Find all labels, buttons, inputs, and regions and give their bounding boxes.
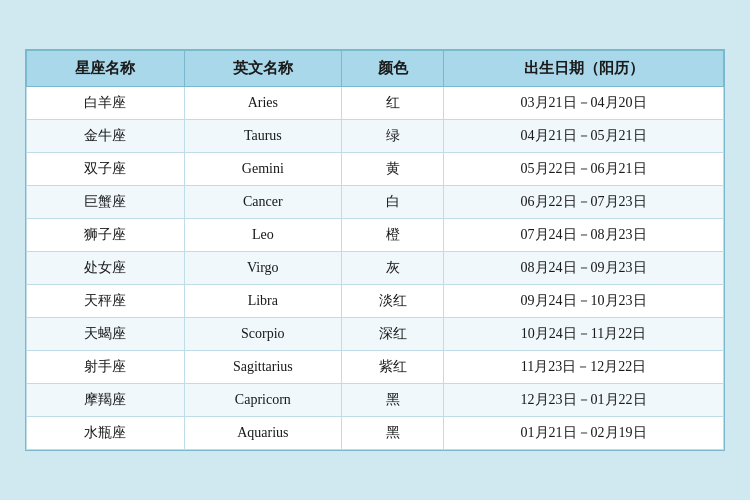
header-chinese-name: 星座名称 — [27, 51, 185, 87]
cell-dates: 10月24日－11月22日 — [444, 318, 724, 351]
table-row: 处女座Virgo灰08月24日－09月23日 — [27, 252, 724, 285]
table-row: 天秤座Libra淡红09月24日－10月23日 — [27, 285, 724, 318]
header-dates: 出生日期（阳历） — [444, 51, 724, 87]
cell-chinese-name: 水瓶座 — [27, 417, 185, 450]
cell-color: 黄 — [342, 153, 444, 186]
table-row: 摩羯座Capricorn黑12月23日－01月22日 — [27, 384, 724, 417]
table-body: 白羊座Aries红03月21日－04月20日金牛座Taurus绿04月21日－0… — [27, 87, 724, 450]
cell-english-name: Cancer — [184, 186, 342, 219]
cell-english-name: Aries — [184, 87, 342, 120]
header-english-name: 英文名称 — [184, 51, 342, 87]
cell-color: 红 — [342, 87, 444, 120]
table-row: 金牛座Taurus绿04月21日－05月21日 — [27, 120, 724, 153]
cell-color: 黑 — [342, 417, 444, 450]
cell-dates: 01月21日－02月19日 — [444, 417, 724, 450]
cell-chinese-name: 射手座 — [27, 351, 185, 384]
cell-english-name: Virgo — [184, 252, 342, 285]
zodiac-table: 星座名称 英文名称 颜色 出生日期（阳历） 白羊座Aries红03月21日－04… — [26, 50, 724, 450]
table-row: 双子座Gemini黄05月22日－06月21日 — [27, 153, 724, 186]
cell-dates: 05月22日－06月21日 — [444, 153, 724, 186]
cell-color: 黑 — [342, 384, 444, 417]
cell-color: 橙 — [342, 219, 444, 252]
cell-english-name: Sagittarius — [184, 351, 342, 384]
cell-dates: 03月21日－04月20日 — [444, 87, 724, 120]
cell-chinese-name: 处女座 — [27, 252, 185, 285]
table-row: 水瓶座Aquarius黑01月21日－02月19日 — [27, 417, 724, 450]
cell-color: 灰 — [342, 252, 444, 285]
cell-chinese-name: 双子座 — [27, 153, 185, 186]
cell-chinese-name: 天秤座 — [27, 285, 185, 318]
table-row: 白羊座Aries红03月21日－04月20日 — [27, 87, 724, 120]
cell-chinese-name: 白羊座 — [27, 87, 185, 120]
cell-english-name: Scorpio — [184, 318, 342, 351]
cell-color: 深红 — [342, 318, 444, 351]
zodiac-table-container: 星座名称 英文名称 颜色 出生日期（阳历） 白羊座Aries红03月21日－04… — [25, 49, 725, 451]
cell-english-name: Capricorn — [184, 384, 342, 417]
cell-chinese-name: 金牛座 — [27, 120, 185, 153]
cell-dates: 04月21日－05月21日 — [444, 120, 724, 153]
cell-color: 淡红 — [342, 285, 444, 318]
table-header-row: 星座名称 英文名称 颜色 出生日期（阳历） — [27, 51, 724, 87]
cell-dates: 07月24日－08月23日 — [444, 219, 724, 252]
header-color: 颜色 — [342, 51, 444, 87]
cell-dates: 12月23日－01月22日 — [444, 384, 724, 417]
cell-dates: 06月22日－07月23日 — [444, 186, 724, 219]
table-row: 射手座Sagittarius紫红11月23日－12月22日 — [27, 351, 724, 384]
cell-english-name: Taurus — [184, 120, 342, 153]
cell-dates: 08月24日－09月23日 — [444, 252, 724, 285]
cell-english-name: Aquarius — [184, 417, 342, 450]
cell-chinese-name: 巨蟹座 — [27, 186, 185, 219]
cell-dates: 11月23日－12月22日 — [444, 351, 724, 384]
cell-chinese-name: 天蝎座 — [27, 318, 185, 351]
table-row: 巨蟹座Cancer白06月22日－07月23日 — [27, 186, 724, 219]
cell-english-name: Leo — [184, 219, 342, 252]
cell-english-name: Libra — [184, 285, 342, 318]
table-row: 狮子座Leo橙07月24日－08月23日 — [27, 219, 724, 252]
cell-color: 紫红 — [342, 351, 444, 384]
table-row: 天蝎座Scorpio深红10月24日－11月22日 — [27, 318, 724, 351]
cell-color: 绿 — [342, 120, 444, 153]
cell-english-name: Gemini — [184, 153, 342, 186]
cell-color: 白 — [342, 186, 444, 219]
cell-chinese-name: 摩羯座 — [27, 384, 185, 417]
cell-dates: 09月24日－10月23日 — [444, 285, 724, 318]
cell-chinese-name: 狮子座 — [27, 219, 185, 252]
